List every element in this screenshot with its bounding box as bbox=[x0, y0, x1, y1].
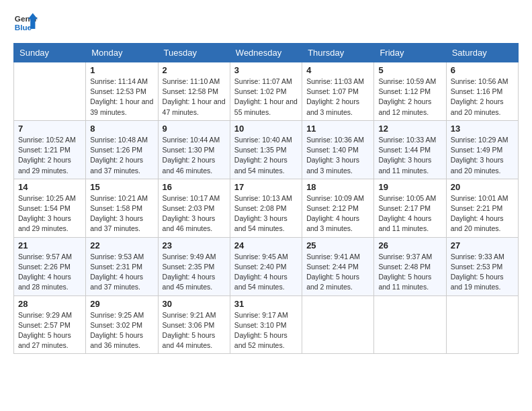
calendar-cell bbox=[446, 295, 518, 354]
day-info: Sunrise: 10:48 AMSunset: 1:26 PMDaylight… bbox=[90, 135, 153, 176]
day-info: Sunrise: 9:33 AMSunset: 2:53 PMDaylight:… bbox=[451, 252, 514, 293]
day-number: 24 bbox=[234, 240, 298, 250]
calendar-cell: 9Sunrise: 10:44 AMSunset: 1:30 PMDayligh… bbox=[158, 120, 230, 179]
calendar-cell: 2Sunrise: 11:10 AMSunset: 12:58 PMDaylig… bbox=[158, 62, 230, 121]
calendar-cell: 10Sunrise: 10:40 AMSunset: 1:35 PMDaylig… bbox=[230, 120, 302, 179]
day-info: Sunrise: 10:36 AMSunset: 1:40 PMDaylight… bbox=[306, 135, 369, 176]
day-number: 8 bbox=[90, 124, 153, 134]
day-number: 22 bbox=[90, 240, 153, 250]
calendar-cell: 20Sunrise: 10:01 AMSunset: 2:21 PMDaylig… bbox=[446, 179, 518, 237]
day-info: Sunrise: 10:59 AMSunset: 1:12 PMDaylight… bbox=[378, 77, 441, 118]
calendar-cell: 13Sunrise: 10:29 AMSunset: 1:49 PMDaylig… bbox=[446, 120, 518, 179]
day-number: 2 bbox=[163, 65, 226, 75]
day-number: 3 bbox=[234, 65, 298, 75]
day-info: Sunrise: 10:05 AMSunset: 2:17 PMDaylight… bbox=[378, 193, 441, 234]
day-number: 19 bbox=[378, 182, 441, 192]
day-number: 11 bbox=[306, 124, 369, 134]
calendar-cell: 18Sunrise: 10:09 AMSunset: 2:12 PMDaylig… bbox=[302, 179, 374, 237]
calendar-week-row: 14Sunrise: 10:25 AMSunset: 1:54 PMDaylig… bbox=[14, 179, 519, 237]
calendar-cell bbox=[374, 295, 446, 354]
day-number: 21 bbox=[18, 240, 81, 250]
day-info: Sunrise: 9:25 AMSunset: 3:02 PMDaylight:… bbox=[90, 310, 153, 351]
calendar-cell: 15Sunrise: 10:21 AMSunset: 1:58 PMDaylig… bbox=[86, 179, 158, 237]
calendar-cell: 17Sunrise: 10:13 AMSunset: 2:08 PMDaylig… bbox=[230, 179, 302, 237]
weekday-header-sunday: Sunday bbox=[14, 44, 86, 62]
day-number: 18 bbox=[306, 182, 369, 192]
day-number: 20 bbox=[451, 182, 514, 192]
day-info: Sunrise: 10:40 AMSunset: 1:35 PMDaylight… bbox=[234, 135, 298, 176]
day-number: 12 bbox=[378, 124, 441, 134]
calendar-cell bbox=[14, 62, 86, 121]
calendar-cell bbox=[302, 295, 374, 354]
day-info: Sunrise: 10:56 AMSunset: 1:16 PMDaylight… bbox=[451, 77, 514, 118]
day-info: Sunrise: 9:53 AMSunset: 2:31 PMDaylight:… bbox=[90, 252, 153, 293]
day-info: Sunrise: 9:57 AMSunset: 2:26 PMDaylight:… bbox=[18, 252, 81, 293]
weekday-header-thursday: Thursday bbox=[302, 44, 374, 62]
calendar-cell: 31Sunrise: 9:17 AMSunset: 3:10 PMDayligh… bbox=[230, 295, 302, 354]
day-number: 23 bbox=[163, 240, 226, 250]
calendar-week-row: 7Sunrise: 10:52 AMSunset: 1:21 PMDayligh… bbox=[14, 120, 519, 179]
calendar-cell: 21Sunrise: 9:57 AMSunset: 2:26 PMDayligh… bbox=[14, 237, 86, 295]
day-info: Sunrise: 10:29 AMSunset: 1:49 PMDaylight… bbox=[451, 135, 514, 176]
day-number: 25 bbox=[306, 240, 369, 250]
calendar-cell: 1Sunrise: 11:14 AMSunset: 12:53 PMDaylig… bbox=[86, 62, 158, 121]
day-number: 15 bbox=[90, 182, 153, 192]
day-number: 9 bbox=[163, 124, 226, 134]
day-info: Sunrise: 11:10 AMSunset: 12:58 PMDayligh… bbox=[163, 77, 226, 118]
calendar-week-row: 28Sunrise: 9:29 AMSunset: 2:57 PMDayligh… bbox=[14, 295, 519, 354]
calendar-cell: 24Sunrise: 9:45 AMSunset: 2:40 PMDayligh… bbox=[230, 237, 302, 295]
calendar-cell: 16Sunrise: 10:17 AMSunset: 2:03 PMDaylig… bbox=[158, 179, 230, 237]
svg-text:Blue: Blue bbox=[15, 23, 32, 32]
day-number: 6 bbox=[451, 65, 514, 75]
weekday-header-friday: Friday bbox=[374, 44, 446, 62]
day-number: 29 bbox=[90, 299, 153, 309]
calendar-cell: 14Sunrise: 10:25 AMSunset: 1:54 PMDaylig… bbox=[14, 179, 86, 237]
day-number: 28 bbox=[18, 299, 81, 309]
day-number: 5 bbox=[378, 65, 441, 75]
day-number: 26 bbox=[378, 240, 441, 250]
calendar-cell: 7Sunrise: 10:52 AMSunset: 1:21 PMDayligh… bbox=[14, 120, 86, 179]
calendar-cell: 27Sunrise: 9:33 AMSunset: 2:53 PMDayligh… bbox=[446, 237, 518, 295]
calendar-cell: 26Sunrise: 9:37 AMSunset: 2:48 PMDayligh… bbox=[374, 237, 446, 295]
day-info: Sunrise: 11:07 AMSunset: 1:02 PMDaylight… bbox=[234, 77, 298, 118]
calendar-cell: 25Sunrise: 9:41 AMSunset: 2:44 PMDayligh… bbox=[302, 237, 374, 295]
calendar-cell: 29Sunrise: 9:25 AMSunset: 3:02 PMDayligh… bbox=[86, 295, 158, 354]
day-info: Sunrise: 9:49 AMSunset: 2:35 PMDaylight:… bbox=[163, 252, 226, 293]
day-number: 27 bbox=[451, 240, 514, 250]
day-number: 7 bbox=[18, 124, 81, 134]
calendar-cell: 11Sunrise: 10:36 AMSunset: 1:40 PMDaylig… bbox=[302, 120, 374, 179]
day-info: Sunrise: 9:37 AMSunset: 2:48 PMDaylight:… bbox=[378, 252, 441, 293]
logo: General Blue bbox=[13, 11, 38, 35]
day-info: Sunrise: 11:14 AMSunset: 12:53 PMDayligh… bbox=[90, 77, 153, 118]
day-info: Sunrise: 10:13 AMSunset: 2:08 PMDaylight… bbox=[234, 193, 298, 234]
calendar-week-row: 1Sunrise: 11:14 AMSunset: 12:53 PMDaylig… bbox=[14, 62, 519, 121]
weekday-header-wednesday: Wednesday bbox=[230, 44, 302, 62]
weekday-header-tuesday: Tuesday bbox=[158, 44, 230, 62]
day-info: Sunrise: 10:25 AMSunset: 1:54 PMDaylight… bbox=[18, 193, 81, 234]
calendar-cell: 28Sunrise: 9:29 AMSunset: 2:57 PMDayligh… bbox=[14, 295, 86, 354]
calendar-week-row: 21Sunrise: 9:57 AMSunset: 2:26 PMDayligh… bbox=[14, 237, 519, 295]
calendar-cell: 22Sunrise: 9:53 AMSunset: 2:31 PMDayligh… bbox=[86, 237, 158, 295]
day-number: 30 bbox=[163, 299, 226, 309]
day-info: Sunrise: 9:41 AMSunset: 2:44 PMDaylight:… bbox=[306, 252, 369, 293]
day-number: 13 bbox=[451, 124, 514, 134]
calendar-cell: 4Sunrise: 11:03 AMSunset: 1:07 PMDayligh… bbox=[302, 62, 374, 121]
calendar-cell: 23Sunrise: 9:49 AMSunset: 2:35 PMDayligh… bbox=[158, 237, 230, 295]
calendar-cell: 8Sunrise: 10:48 AMSunset: 1:26 PMDayligh… bbox=[86, 120, 158, 179]
day-info: Sunrise: 10:44 AMSunset: 1:30 PMDaylight… bbox=[163, 135, 226, 176]
day-number: 4 bbox=[306, 65, 369, 75]
day-info: Sunrise: 10:01 AMSunset: 2:21 PMDaylight… bbox=[451, 193, 514, 234]
day-info: Sunrise: 9:17 AMSunset: 3:10 PMDaylight:… bbox=[234, 310, 298, 351]
day-info: Sunrise: 10:33 AMSunset: 1:44 PMDaylight… bbox=[378, 135, 441, 176]
day-number: 10 bbox=[234, 124, 298, 134]
calendar-cell: 12Sunrise: 10:33 AMSunset: 1:44 PMDaylig… bbox=[374, 120, 446, 179]
calendar-cell: 3Sunrise: 11:07 AMSunset: 1:02 PMDayligh… bbox=[230, 62, 302, 121]
calendar-cell: 5Sunrise: 10:59 AMSunset: 1:12 PMDayligh… bbox=[374, 62, 446, 121]
day-info: Sunrise: 9:21 AMSunset: 3:06 PMDaylight:… bbox=[163, 310, 226, 351]
calendar-cell: 6Sunrise: 10:56 AMSunset: 1:16 PMDayligh… bbox=[446, 62, 518, 121]
day-number: 16 bbox=[163, 182, 226, 192]
calendar-cell: 19Sunrise: 10:05 AMSunset: 2:17 PMDaylig… bbox=[374, 179, 446, 237]
day-info: Sunrise: 9:29 AMSunset: 2:57 PMDaylight:… bbox=[18, 310, 81, 351]
day-number: 31 bbox=[234, 299, 298, 309]
day-info: Sunrise: 10:21 AMSunset: 1:58 PMDaylight… bbox=[90, 193, 153, 234]
